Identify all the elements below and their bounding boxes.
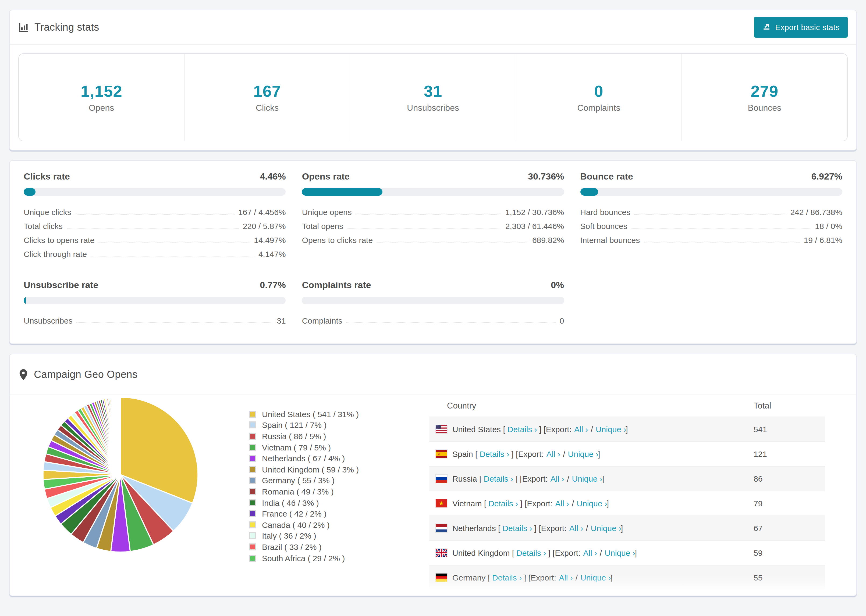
legend-item-france[interactable]: France ( 42 / 2% ) [249,508,359,519]
country-name: United States [ [452,425,505,434]
legend-item-romania[interactable]: Romania ( 49 / 3% ) [249,486,359,497]
export-unique-link[interactable]: Unique › [591,523,621,533]
legend-item-united-kingdom[interactable]: United Kingdom ( 59 / 3% ) [249,464,359,475]
rate-value: 6.927% [811,171,842,182]
country-name: Vietnam [ [452,499,486,508]
legend-label: South Africa ( 29 / 2% ) [262,553,345,563]
rate-detail-label: Unique clicks [24,207,71,216]
bracket-text: ] [611,573,612,582]
stat-value: 279 [751,82,778,100]
legend-item-italy[interactable]: Italy ( 36 / 2% ) [249,530,359,541]
export-unique-link[interactable]: Unique › [596,425,626,434]
export-unique-link[interactable]: Unique › [572,474,602,483]
legend-swatch [249,455,256,462]
rate-detail-value: 31 [277,316,286,325]
legend-label: United Kingdom ( 59 / 3% ) [262,465,359,474]
geo-table-row-united-states: United States [Details ›] [Export:All ›/… [429,416,825,441]
country-name: Spain [ [452,449,477,459]
legend-item-india[interactable]: India ( 46 / 3% ) [249,497,359,508]
details-link[interactable]: Details › [507,425,537,434]
country-name: United Kingdom [ [452,548,514,558]
export-all-link[interactable]: All › [559,573,573,582]
progress-fill [580,188,598,196]
rate-detail-row: Unsubscribes31 [24,313,286,327]
rate-value: 30.736% [528,171,564,182]
export-all-link[interactable]: All › [550,474,564,483]
export-all-link[interactable]: All › [574,425,588,434]
legend-label: Romania ( 49 / 3% ) [262,487,334,496]
export-all-link[interactable]: All › [583,548,597,558]
export-all-link[interactable]: All › [555,499,569,508]
legend-item-south-africa[interactable]: South Africa ( 29 / 2% ) [249,552,359,563]
slash-text: / [567,474,569,483]
legend-item-vietnam[interactable]: Vietnam ( 79 / 5% ) [249,442,359,453]
progress-fill [302,188,383,196]
rate-section-complaints-rate: Complaints rate0%Complaints0 [302,280,564,327]
country-name: Netherlands [ [452,523,500,533]
rate-title: Opens rate [302,171,350,182]
rate-detail-row: Total clicks220 / 5.87% [24,219,286,233]
progress-bar [302,188,564,196]
rate-detail-value: 0 [560,316,564,325]
legend-item-russia[interactable]: Russia ( 86 / 5% ) [249,431,359,442]
legend-item-united-states[interactable]: United States ( 541 / 31% ) [249,409,359,420]
legend-item-spain[interactable]: Spain ( 121 / 7% ) [249,420,359,431]
dotted-leader [76,322,273,323]
stat-value: 1,152 [81,82,122,100]
rate-detail-value: 220 / 5.87% [243,221,286,230]
details-link[interactable]: Details › [516,548,546,558]
rate-detail-row: Hard bounces242 / 86.738% [580,205,842,219]
geo-table-row-russia: Russia [Details ›] [Export:All ›/Unique … [429,466,825,491]
tracking-stats-header: Tracking stats Export basic stats [10,10,856,44]
legend-item-netherlands[interactable]: Netherlands ( 67 / 4% ) [249,453,359,464]
details-link[interactable]: Details › [502,523,532,533]
legend-swatch [249,533,256,539]
export-unique-link[interactable]: Unique › [605,548,635,558]
details-link[interactable]: Details › [483,474,513,483]
legend-swatch [249,422,256,429]
rate-detail-label: Clicks to opens rate [24,235,94,244]
stat-label: Bounces [748,103,781,113]
geo-opens-pie-chart[interactable] [42,396,199,553]
export-unique-link[interactable]: Unique › [580,573,611,582]
legend-label: India ( 46 / 3% ) [262,498,319,507]
details-link[interactable]: Details › [492,573,522,582]
flag-nl-icon [436,524,447,532]
legend-label: United States ( 541 / 31% ) [262,410,359,419]
card-title-text: Campaign Geo Opens [34,368,137,380]
dotted-leader [75,214,235,214]
export-text: ] [Export: [539,425,572,434]
details-link[interactable]: Details › [488,499,518,508]
export-unique-link[interactable]: Unique › [576,499,607,508]
export-all-link[interactable]: All › [546,449,561,459]
legend-label: Brazil ( 33 / 2% ) [262,542,322,552]
header-divider [10,44,856,45]
rate-detail-row: Total opens2,303 / 61.446% [302,219,564,233]
dotted-leader [631,228,811,228]
export-icon [762,22,771,32]
total-column-header: Total [754,401,825,411]
stat-value: 31 [424,82,442,100]
legend-item-canada[interactable]: Canada ( 40 / 2% ) [249,519,359,530]
slash-text: / [563,449,565,459]
legend-item-brazil[interactable]: Brazil ( 33 / 2% ) [249,541,359,552]
tracking-stats-card: Tracking stats Export basic stats 1,152O… [9,10,857,151]
export-text: ] [Export: [548,548,580,558]
export-all-link[interactable]: All › [569,523,583,533]
rate-detail-label: Soft bounces [580,221,627,230]
legend-swatch [249,444,256,451]
dotted-leader [634,214,786,214]
progress-bar [24,188,286,196]
flag-de-icon [436,574,447,581]
legend-item-germany[interactable]: Germany ( 55 / 3% ) [249,475,359,486]
export-unique-link[interactable]: Unique › [568,449,598,459]
total-value: 541 [754,425,825,434]
export-basic-stats-button[interactable]: Export basic stats [754,17,848,38]
tracking-stats-title: Tracking stats [18,21,99,33]
pie-slice-other-55[interactable] [120,397,120,475]
details-link[interactable]: Details › [480,449,509,459]
rate-detail-value: 167 / 4.456% [238,207,286,216]
rate-detail-label: Complaints [302,316,342,325]
stats-summary-strip: 1,152Opens167Clicks31Unsubscribes0Compla… [18,53,848,141]
flag-gb-icon [436,549,447,557]
